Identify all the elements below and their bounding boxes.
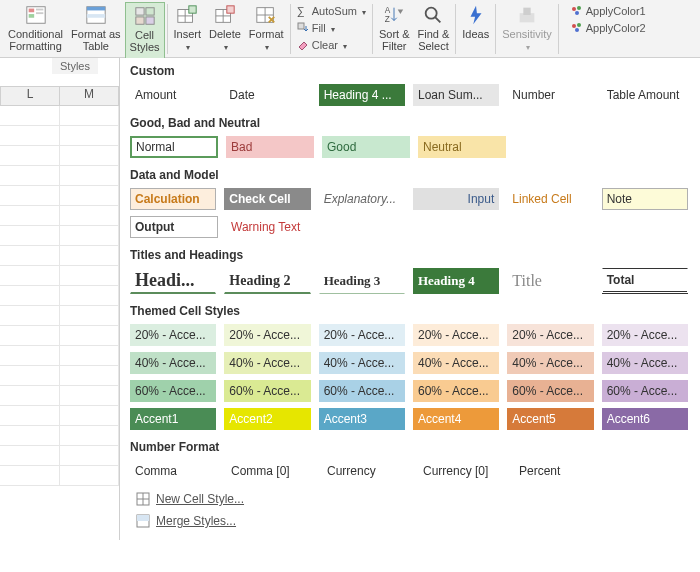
ideas-button[interactable]: Ideas xyxy=(458,2,493,42)
insert-cells-icon xyxy=(176,4,198,26)
style-linked-cell[interactable]: Linked Cell xyxy=(507,188,593,210)
style-heading2[interactable]: Heading 2 xyxy=(224,268,310,294)
format-button[interactable]: Format xyxy=(245,2,288,55)
apply-color1-button[interactable]: ApplyColor1 xyxy=(567,2,650,19)
style-currency[interactable]: Currency xyxy=(322,460,410,482)
clear-button[interactable]: Clear xyxy=(293,36,370,53)
style-input[interactable]: Input xyxy=(413,188,499,210)
style-accent1-20[interactable]: 20% - Acce... xyxy=(130,324,216,346)
svg-rect-3 xyxy=(36,9,43,11)
style-heading4[interactable]: Heading 4 xyxy=(413,268,499,294)
svg-point-33 xyxy=(572,24,576,28)
style-accent4[interactable]: Accent4 xyxy=(413,408,499,430)
style-bad[interactable]: Bad xyxy=(226,136,314,158)
section-number-format: Number Format xyxy=(130,440,688,454)
style-accent1[interactable]: Accent1 xyxy=(130,408,216,430)
style-accent3[interactable]: Accent3 xyxy=(319,408,405,430)
style-normal[interactable]: Normal xyxy=(130,136,218,158)
style-accent4-40[interactable]: 40% - Acce... xyxy=(413,352,499,374)
section-data-model: Data and Model xyxy=(130,168,688,182)
svg-rect-23 xyxy=(298,23,304,29)
style-accent1-60[interactable]: 60% - Acce... xyxy=(130,380,216,402)
grid-row[interactable] xyxy=(0,246,119,266)
style-accent4-20[interactable]: 20% - Acce... xyxy=(413,324,499,346)
style-accent2-40[interactable]: 40% - Acce... xyxy=(224,352,310,374)
palette-icon xyxy=(571,5,583,17)
style-accent2-20[interactable]: 20% - Acce... xyxy=(224,324,310,346)
style-comma[interactable]: Comma xyxy=(130,460,218,482)
style-title[interactable]: Title xyxy=(507,268,593,294)
fill-button[interactable]: Fill xyxy=(293,19,370,36)
grid-row[interactable] xyxy=(0,346,119,366)
style-accent6-60[interactable]: 60% - Acce... xyxy=(602,380,688,402)
style-heading1[interactable]: Headi... xyxy=(130,268,216,294)
style-good[interactable]: Good xyxy=(322,136,410,158)
conditional-formatting-icon xyxy=(25,4,47,26)
style-currency0[interactable]: Currency [0] xyxy=(418,460,506,482)
style-total[interactable]: Total xyxy=(602,268,688,294)
svg-rect-8 xyxy=(135,8,143,15)
grid-row[interactable] xyxy=(0,406,119,426)
style-comma0[interactable]: Comma [0] xyxy=(226,460,314,482)
style-number[interactable]: Number xyxy=(507,84,593,106)
style-calculation[interactable]: Calculation xyxy=(130,188,216,210)
grid-row[interactable] xyxy=(0,446,119,466)
column-header-M[interactable]: M xyxy=(60,86,119,106)
new-cell-style-button[interactable]: New Cell Style... xyxy=(126,488,692,510)
svg-rect-15 xyxy=(189,6,196,13)
style-date[interactable]: Date xyxy=(224,84,310,106)
style-percent[interactable]: Percent xyxy=(514,460,602,482)
style-amount[interactable]: Amount xyxy=(130,84,216,106)
style-accent3-60[interactable]: 60% - Acce... xyxy=(319,380,405,402)
autosum-button[interactable]: ∑AutoSum xyxy=(293,2,370,19)
style-output[interactable]: Output xyxy=(130,216,218,238)
grid-row[interactable] xyxy=(0,126,119,146)
style-note[interactable]: Note xyxy=(602,188,688,210)
grid-row[interactable] xyxy=(0,106,119,126)
grid-row[interactable] xyxy=(0,426,119,446)
style-accent5-60[interactable]: 60% - Acce... xyxy=(507,380,593,402)
style-loan-summary[interactable]: Loan Sum... xyxy=(413,84,499,106)
style-heading4-custom[interactable]: Heading 4 ... xyxy=(319,84,405,106)
style-accent3-20[interactable]: 20% - Acce... xyxy=(319,324,405,346)
style-accent1-40[interactable]: 40% - Acce... xyxy=(130,352,216,374)
style-accent6-40[interactable]: 40% - Acce... xyxy=(602,352,688,374)
style-accent5-40[interactable]: 40% - Acce... xyxy=(507,352,593,374)
magnifier-icon xyxy=(422,4,444,26)
grid-row[interactable] xyxy=(0,286,119,306)
style-accent2[interactable]: Accent2 xyxy=(224,408,310,430)
svg-rect-6 xyxy=(87,7,105,11)
grid-row[interactable] xyxy=(0,266,119,286)
grid-row[interactable] xyxy=(0,366,119,386)
delete-button[interactable]: Delete xyxy=(205,2,245,55)
worksheet-grid[interactable]: L M xyxy=(0,58,120,540)
grid-row[interactable] xyxy=(0,386,119,406)
style-accent6-20[interactable]: 20% - Acce... xyxy=(602,324,688,346)
grid-row[interactable] xyxy=(0,146,119,166)
style-neutral[interactable]: Neutral xyxy=(418,136,506,158)
grid-row[interactable] xyxy=(0,466,119,486)
style-warning-text[interactable]: Warning Text xyxy=(226,216,314,238)
eraser-icon xyxy=(297,39,309,51)
style-accent6[interactable]: Accent6 xyxy=(602,408,688,430)
grid-row[interactable] xyxy=(0,186,119,206)
style-accent2-60[interactable]: 60% - Acce... xyxy=(224,380,310,402)
style-accent4-60[interactable]: 60% - Acce... xyxy=(413,380,499,402)
style-accent3-40[interactable]: 40% - Acce... xyxy=(319,352,405,374)
style-check-cell[interactable]: Check Cell xyxy=(224,188,310,210)
column-header-L[interactable]: L xyxy=(0,86,60,106)
insert-button[interactable]: Insert xyxy=(170,2,206,55)
style-accent5-20[interactable]: 20% - Acce... xyxy=(507,324,593,346)
style-accent5[interactable]: Accent5 xyxy=(507,408,593,430)
grid-row[interactable] xyxy=(0,226,119,246)
merge-styles-button[interactable]: Merge Styles... xyxy=(126,510,692,532)
grid-row[interactable] xyxy=(0,306,119,326)
grid-row[interactable] xyxy=(0,206,119,226)
grid-row[interactable] xyxy=(0,166,119,186)
style-explanatory[interactable]: Explanatory... xyxy=(319,188,405,210)
apply-color2-button[interactable]: ApplyColor2 xyxy=(567,19,650,36)
grid-row[interactable] xyxy=(0,326,119,346)
sensitivity-button[interactable]: Sensitivity xyxy=(498,2,556,55)
style-heading3[interactable]: Heading 3 xyxy=(319,268,405,294)
style-table-amount[interactable]: Table Amount xyxy=(602,84,688,106)
